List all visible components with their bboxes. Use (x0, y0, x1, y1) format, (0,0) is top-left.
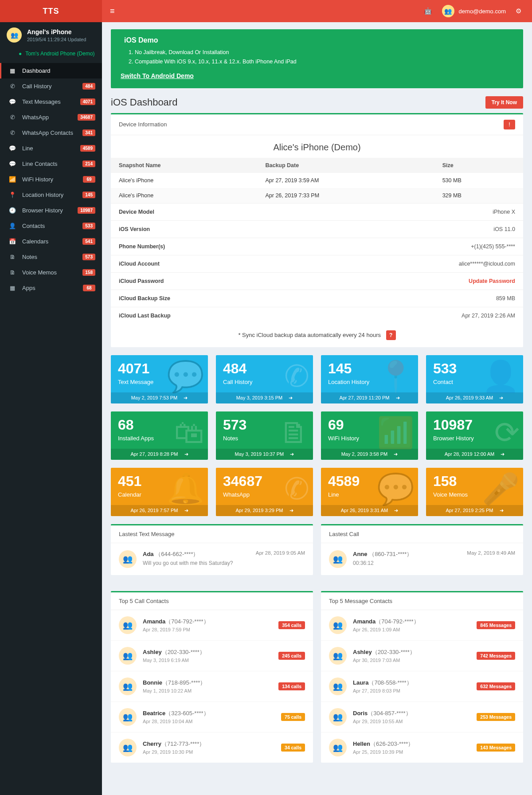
user-chip[interactable]: 👥 demo@demo.com (442, 5, 506, 17)
stat-card-whatsapp[interactable]: ✆34687WhatsAppApr 29, 2019 3:29 PM ➜ (216, 468, 313, 516)
contact-row[interactable]: 👥Amanda（704-792-****）Apr 26, 2019 1:09 A… (321, 610, 523, 640)
contact-date: May 3, 2019 6:19 AM (143, 658, 205, 663)
card-bg-icon: 🎤 (482, 471, 520, 507)
contact-name: Amanda (143, 618, 165, 625)
try-button[interactable]: Try It Now (485, 96, 523, 109)
table-row: Alice's iPhoneApr 26, 2019 7:33 PM329 MB (111, 188, 523, 203)
sidebar-item-location-history[interactable]: 📍Location History145 (0, 187, 102, 203)
stat-card-voice-memos[interactable]: 🎤158Voice MemosApr 27, 2019 2:25 PM ➜ (426, 468, 523, 516)
sidebar-item-notes[interactable]: 🗎Notes573 (0, 249, 102, 265)
android-icon[interactable]: 🤖 (424, 7, 432, 15)
contact-row[interactable]: 👥Beatrice（323-605-****）Apr 28, 2019 10:0… (111, 701, 313, 732)
info-value: Apr 27, 2019 2:26 AM (462, 313, 515, 319)
contact-name: Bonnie (143, 679, 162, 686)
sidebar-item-calendars[interactable]: 📅Calendars541 (0, 234, 102, 249)
stat-card-calendar[interactable]: 🔔451CalendarApr 26, 2019 7:57 PM ➜ (111, 468, 208, 516)
sidebar-item-browser-history[interactable]: 🕘Browser History10987 (0, 203, 102, 218)
sidebar-item-contacts[interactable]: 👤Contacts533 (0, 218, 102, 234)
arrow-icon: ➜ (396, 395, 400, 401)
stat-card-contact[interactable]: 👤533ContactApr 26, 2019 9:33 AM ➜ (426, 355, 523, 403)
contact-row[interactable]: 👥Cherry（712-773-****）Apr 29, 2019 10:30 … (111, 732, 313, 763)
stat-card-notes[interactable]: 🗎573NotesMay 3, 2019 10:37 PM ➜ (216, 411, 313, 460)
sidebar-item-whatsapp[interactable]: ✆WhatsApp34687 (0, 110, 102, 125)
banner-title: iOS Demo (121, 36, 513, 44)
count-tag: 742 Messages (477, 652, 515, 660)
contact-phone: （712-773-****） (161, 740, 205, 747)
count-badge: 34687 (78, 114, 95, 121)
count-tag: 75 calls (281, 713, 305, 721)
contact-row[interactable]: 👥Amanda（704-792-****）Apr 28, 2019 7:59 P… (111, 610, 313, 640)
contact-phone: （323-605-****） (165, 710, 209, 717)
contact-row[interactable]: 👥Ashley（202-330-****）Apr 30, 2019 7:03 A… (321, 640, 523, 671)
stat-card-browser-history[interactable]: ⟳10987Browser HistoryApr 28, 2019 12:00 … (426, 411, 523, 460)
settings-icon[interactable]: ⚙ (516, 7, 521, 15)
topbar: TTS ≡ 🤖 👥 demo@demo.com ⚙ (0, 0, 532, 22)
help-icon[interactable]: ? (386, 330, 396, 340)
count-tag: 34 calls (281, 744, 305, 752)
menu-label: Calendars (22, 238, 48, 245)
count-badge: 341 (82, 129, 95, 136)
avatar-icon: 👥 (329, 708, 347, 726)
brand[interactable]: TTS (0, 0, 102, 22)
sidebar-item-line-contacts[interactable]: 💬Line Contacts214 (0, 156, 102, 172)
stat-card-wifi-history[interactable]: 📶69WiFi HistoryMay 2, 2019 3:58 PM ➜ (321, 411, 418, 460)
stat-card-installed-apps[interactable]: 🛍68Installed AppsApr 27, 2019 8:28 PM ➜ (111, 411, 208, 460)
sidebar-item-whatsapp-contacts[interactable]: ✆WhatsApp Contacts341 (0, 125, 102, 141)
latest-call-panel: Lastest Call 👥 Anne （860-731-****） 00:36… (321, 524, 523, 575)
arrow-icon: ➜ (289, 508, 293, 513)
count-badge: 158 (82, 269, 95, 276)
switch-demo-link[interactable]: Switch To Android Demo (121, 72, 194, 79)
menu-label: Notes (22, 254, 37, 260)
top-calls-panel: Top 5 Call Contacts 👥Amanda（704-792-****… (111, 591, 313, 763)
sidebar-item-dashboard[interactable]: ▦Dashboard (0, 63, 102, 78)
stat-card-call-history[interactable]: ✆484Call HistoryMay 3, 2019 3:15 PM ➜ (216, 355, 313, 403)
latest-text-row[interactable]: 👥 Ada （644-662-****） Will you go out wit… (111, 543, 313, 575)
menu-icon: 🗎 (8, 254, 17, 260)
contact-row[interactable]: 👥Ashley（202-330-****）May 3, 2019 6:19 AM… (111, 640, 313, 671)
count-badge: 4589 (80, 145, 95, 152)
info-row: iCloud Last BackupApr 27, 2019 2:26 AM (111, 307, 523, 324)
banner: iOS Demo 1. No Jailbreak, Download Or In… (111, 29, 523, 88)
contact-row[interactable]: 👥Hellen（626-203-****）Apr 25, 2019 10:39 … (321, 732, 523, 763)
contact-row[interactable]: 👥Laura（708-558-****）Apr 27, 2019 8:03 PM… (321, 671, 523, 701)
sidebar-item-line[interactable]: 💬Line4589 (0, 141, 102, 156)
contact-phone: （644-662-****） (155, 551, 199, 557)
latest-call-row[interactable]: 👥 Anne （860-731-****） 00:36:12 May 2, 20… (321, 543, 523, 575)
stat-card-location-history[interactable]: 📍145Location HistoryApr 27, 2019 11:20 P… (321, 355, 418, 403)
contact-phone: （304-857-****） (368, 710, 411, 717)
menu-label: Dashboard (22, 67, 51, 74)
menu-icon: 💬 (8, 161, 17, 167)
error-icon[interactable]: ! (504, 120, 515, 129)
count-tag: 143 Messages (477, 744, 515, 752)
contact-phone: （708-558-****） (368, 679, 412, 686)
count-tag: 354 calls (278, 621, 305, 629)
sidebar-item-wifi-history[interactable]: 📶WiFi History69 (0, 172, 102, 187)
stat-card-line[interactable]: 💬4589LineApr 26, 2019 3:31 AM ➜ (321, 468, 418, 516)
hamburger-icon[interactable]: ≡ (102, 7, 123, 16)
contact-phone: （704-792-****） (376, 618, 419, 625)
avatar-icon: 👥 (119, 550, 137, 568)
info-value[interactable]: Update Password (469, 278, 515, 284)
contact-name: Ada (143, 551, 154, 557)
sidebar-item-voice-memos[interactable]: 🗎Voice Memos158 (0, 265, 102, 280)
sidebar-item-call-history[interactable]: ✆Call History484 (0, 78, 102, 94)
device-info-panel: Device Information ! Alice's iPhone (Dem… (111, 113, 523, 347)
arrow-icon: ➜ (184, 395, 188, 401)
topbar-right: 🤖 👥 demo@demo.com ⚙ (414, 5, 532, 17)
menu-label: Contacts (22, 223, 45, 229)
contact-phone: （626-203-****） (370, 740, 414, 747)
sidebar-item-apps[interactable]: ▦Apps68 (0, 280, 102, 296)
sidebar-item-text-messages[interactable]: 💬Text Messages4071 (0, 94, 102, 110)
device-switch[interactable]: ● Tom's Android Phone (Demo) (0, 47, 102, 63)
arrow-icon: ➜ (290, 451, 294, 457)
banner-line-2: 2. Compatible With iOS 9.x, 10.x, 11.x &… (129, 57, 513, 67)
contact-row[interactable]: 👥Bonnie（718-895-****）May 1, 2019 10:22 A… (111, 671, 313, 701)
info-value: 859 MB (496, 295, 515, 302)
info-row: iCloud PasswordUpdate Password (111, 272, 523, 290)
stat-card-text-message[interactable]: 💬4071Text MessageMay 2, 2019 7:53 PM ➜ (111, 355, 208, 403)
latest-text-panel: Lastest Text Message 👥 Ada （644-662-****… (111, 524, 313, 575)
menu-icon: 🗎 (8, 269, 17, 276)
sidebar: 👥 Angel's iPhone 2019/5/4 11:29:24 Updat… (0, 22, 102, 795)
contact-row[interactable]: 👥Doris（304-857-****）Apr 29, 2019 10:55 A… (321, 701, 523, 732)
menu-label: Call History (22, 83, 51, 90)
